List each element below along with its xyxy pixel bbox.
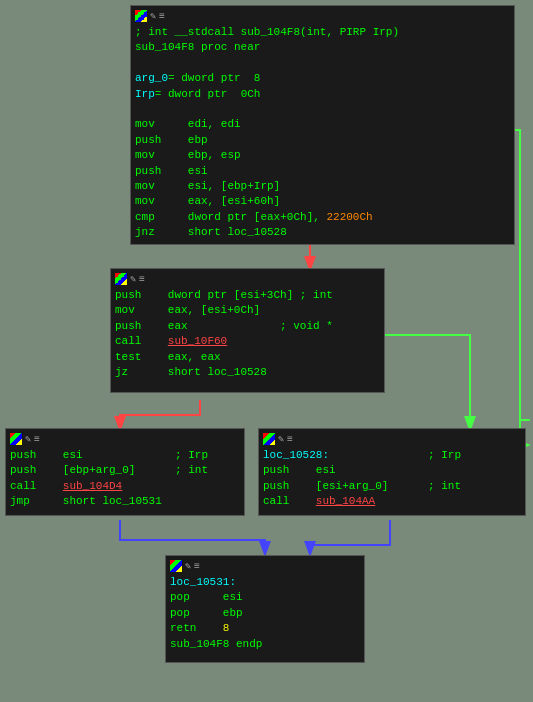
code-block-2: ✎ ≡ push dword ptr [esi+3Ch] ; int mov e…	[110, 268, 385, 393]
block-titlebar-1: ✎ ≡	[135, 10, 510, 22]
code-line: call sub_104AA	[263, 494, 521, 509]
code-line: sub_104F8 endp	[170, 637, 360, 652]
code-block-1: ✎ ≡ ; int __stdcall sub_104F8(int, PIRP …	[130, 5, 515, 245]
pencil-icon-2: ✎	[130, 273, 136, 285]
lines-icon-3: ≡	[34, 434, 40, 445]
lines-icon-1: ≡	[159, 11, 165, 22]
code-line: call sub_104D4	[10, 479, 240, 494]
color-icon-4	[263, 433, 275, 445]
lines-icon-4: ≡	[287, 434, 293, 445]
block-titlebar-4: ✎ ≡	[263, 433, 521, 445]
code-line: jz short loc_10528	[115, 365, 380, 380]
code-line: push esi	[135, 164, 510, 179]
code-line: Irp= dword ptr 0Ch	[135, 87, 510, 102]
code-block-4: ✎ ≡ loc_10528: ; Irp push esi push [esi+…	[258, 428, 526, 516]
pencil-icon-1: ✎	[150, 10, 156, 22]
code-line: push [ebp+arg_0] ; int	[10, 463, 240, 478]
pencil-icon-5: ✎	[185, 560, 191, 572]
pencil-icon-3: ✎	[25, 433, 31, 445]
code-line: loc_10531:	[170, 575, 360, 590]
code-line	[135, 56, 510, 71]
lines-icon-2: ≡	[139, 274, 145, 285]
code-line: push esi	[263, 463, 521, 478]
code-block-5: ✎ ≡ loc_10531: pop esi pop ebp retn 8 su…	[165, 555, 365, 663]
code-line: mov eax, [esi+60h]	[135, 194, 510, 209]
color-icon-2	[115, 273, 127, 285]
color-icon-5	[170, 560, 182, 572]
code-line: test eax, eax	[115, 350, 380, 365]
code-line	[135, 102, 510, 117]
color-icon-1	[135, 10, 147, 22]
code-line: mov edi, edi	[135, 117, 510, 132]
code-block-3: ✎ ≡ push esi ; Irp push [ebp+arg_0] ; in…	[5, 428, 245, 516]
code-line: push esi ; Irp	[10, 448, 240, 463]
code-line: pop ebp	[170, 606, 360, 621]
code-line: pop esi	[170, 590, 360, 605]
code-line: mov eax, [esi+0Ch]	[115, 303, 380, 318]
code-line: sub_104F8 proc near	[135, 40, 510, 55]
code-line: ; int __stdcall sub_104F8(int, PIRP Irp)	[135, 25, 510, 40]
code-line: push dword ptr [esi+3Ch] ; int	[115, 288, 380, 303]
code-line: retn 8	[170, 621, 360, 636]
block-titlebar-5: ✎ ≡	[170, 560, 360, 572]
code-line: push ebp	[135, 133, 510, 148]
code-line: jmp short loc_10531	[10, 494, 240, 509]
code-line: cmp dword ptr [eax+0Ch], 22200Ch	[135, 210, 510, 225]
block-titlebar-3: ✎ ≡	[10, 433, 240, 445]
lines-icon-5: ≡	[194, 561, 200, 572]
code-line: arg_0= dword ptr 8	[135, 71, 510, 86]
code-line: push eax ; void *	[115, 319, 380, 334]
code-line: call sub_10F60	[115, 334, 380, 349]
pencil-icon-4: ✎	[278, 433, 284, 445]
code-line: push [esi+arg_0] ; int	[263, 479, 521, 494]
code-line: mov ebp, esp	[135, 148, 510, 163]
code-line: loc_10528: ; Irp	[263, 448, 521, 463]
color-icon-3	[10, 433, 22, 445]
code-line: mov esi, [ebp+Irp]	[135, 179, 510, 194]
block-titlebar-2: ✎ ≡	[115, 273, 380, 285]
code-line: jnz short loc_10528	[135, 225, 510, 240]
